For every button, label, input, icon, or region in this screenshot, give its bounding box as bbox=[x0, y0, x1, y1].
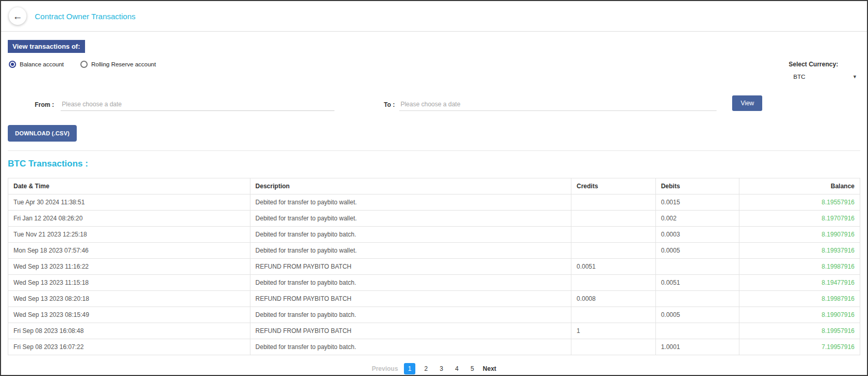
cell-balance: 7.19957916 bbox=[739, 339, 860, 355]
radio-label: Balance account bbox=[20, 61, 64, 67]
table-row: Tue Nov 21 2023 12:25:18 Debited for tra… bbox=[8, 227, 860, 243]
cell-datetime: Wed Sep 13 2023 11:16:22 bbox=[8, 259, 250, 275]
table-row: Fri Jan 12 2024 08:26:20 Debited for tra… bbox=[8, 211, 860, 227]
cell-description: Debited for transfer to paybito batch. bbox=[250, 275, 571, 291]
col-description: Description bbox=[250, 178, 571, 194]
section-divider bbox=[8, 150, 860, 151]
table-row: Mon Sep 18 2023 07:57:46 Debited for tra… bbox=[8, 243, 860, 259]
cell-balance: 8.19707916 bbox=[739, 211, 860, 227]
transactions-table: Date & Time Description Credits Debits B… bbox=[8, 178, 860, 355]
cell-datetime: Fri Sep 08 2023 16:08:48 bbox=[8, 323, 250, 339]
cell-credits bbox=[571, 339, 656, 355]
page-button-1[interactable]: 1 bbox=[404, 363, 416, 374]
cell-datetime: Tue Apr 30 2024 11:38:51 bbox=[8, 194, 250, 211]
transactions-title: BTC Transactions : bbox=[8, 159, 860, 169]
cell-description: Debited for transfer to paybito batch. bbox=[250, 307, 571, 323]
from-label: From : bbox=[35, 101, 54, 111]
pagination: Previous 12345 Next bbox=[8, 363, 860, 374]
caret-down-icon: ▼ bbox=[852, 74, 857, 79]
cell-description: REFUND FROM PAYBITO BATCH bbox=[250, 259, 571, 275]
cell-datetime: Wed Sep 13 2023 08:20:18 bbox=[8, 291, 250, 307]
cell-description: REFUND FROM PAYBITO BATCH bbox=[250, 323, 571, 339]
cell-credits bbox=[571, 227, 656, 243]
cell-datetime: Wed Sep 13 2023 08:15:49 bbox=[8, 307, 250, 323]
table-row: Wed Sep 13 2023 08:20:18 REFUND FROM PAY… bbox=[8, 291, 860, 307]
table-row: Wed Sep 13 2023 11:16:22 REFUND FROM PAY… bbox=[8, 259, 860, 275]
cell-description: Debited for transfer to paybito batch. bbox=[250, 339, 571, 355]
radio-balance-account[interactable]: Balance account bbox=[9, 61, 64, 68]
radio-label: Rolling Reserve account bbox=[91, 61, 156, 67]
cell-debits: 0.0005 bbox=[655, 307, 739, 323]
cell-datetime: Fri Jan 12 2024 08:26:20 bbox=[8, 211, 250, 227]
cell-credits: 1 bbox=[571, 323, 656, 339]
radio-rolling-reserve-account[interactable]: Rolling Reserve account bbox=[80, 61, 156, 68]
cell-balance: 8.19477916 bbox=[739, 275, 860, 291]
cell-debits: 1.0001 bbox=[655, 339, 739, 355]
currency-block: Select Currency: BTC ▼ bbox=[789, 61, 857, 80]
cell-debits: 0.0005 bbox=[655, 243, 739, 259]
cell-datetime: Mon Sep 18 2023 07:57:46 bbox=[8, 243, 250, 259]
table-row: Fri Sep 08 2023 16:08:48 REFUND FROM PAY… bbox=[8, 323, 860, 339]
cell-description: Debited for transfer to paybito wallet. bbox=[250, 243, 571, 259]
filter-row: Balance account Rolling Reserve account … bbox=[8, 61, 860, 80]
cell-balance: 8.19557916 bbox=[739, 194, 860, 211]
app-header: ← Contract Owner Transactions bbox=[1, 1, 867, 32]
cell-credits: 0.0008 bbox=[571, 291, 656, 307]
col-debits: Debits bbox=[655, 178, 739, 194]
arrow-left-icon: ← bbox=[13, 11, 23, 21]
cell-debits: 0.0051 bbox=[655, 275, 739, 291]
cell-description: REFUND FROM PAYBITO BATCH bbox=[250, 291, 571, 307]
to-date-input[interactable] bbox=[399, 98, 717, 111]
cell-credits bbox=[571, 307, 656, 323]
cell-balance: 8.19987916 bbox=[739, 259, 860, 275]
download-csv-button[interactable]: DOWNLOAD (.CSV) bbox=[8, 125, 77, 142]
col-date-time: Date & Time bbox=[8, 178, 250, 194]
currency-value: BTC bbox=[793, 74, 805, 80]
table-row: Fri Sep 08 2023 16:07:22 Debited for tra… bbox=[8, 339, 860, 355]
back-button[interactable]: ← bbox=[9, 7, 26, 25]
cell-credits bbox=[571, 194, 656, 211]
to-label: To : bbox=[384, 101, 395, 111]
cell-debits: 0.0003 bbox=[655, 227, 739, 243]
table-row: Tue Apr 30 2024 11:38:51 Debited for tra… bbox=[8, 194, 860, 211]
cell-balance: 8.19907916 bbox=[739, 307, 860, 323]
table-row: Wed Sep 13 2023 11:15:18 Debited for tra… bbox=[8, 275, 860, 291]
cell-debits: 0.002 bbox=[655, 211, 739, 227]
view-button[interactable]: View bbox=[732, 95, 762, 111]
main-content: View transactions of: Balance account Ro… bbox=[1, 32, 867, 374]
cell-description: Debited for transfer to paybito batch. bbox=[250, 227, 571, 243]
cell-credits bbox=[571, 211, 656, 227]
cell-description: Debited for transfer to paybito wallet. bbox=[250, 194, 571, 211]
cell-description: Debited for transfer to paybito wallet. bbox=[250, 211, 571, 227]
page-button-5[interactable]: 5 bbox=[467, 364, 477, 374]
from-date-input[interactable] bbox=[61, 98, 334, 111]
next-page-button[interactable]: Next bbox=[483, 365, 496, 372]
previous-page-button[interactable]: Previous bbox=[372, 365, 398, 372]
page-buttons: 12345 bbox=[404, 363, 477, 374]
col-balance: Balance bbox=[739, 178, 860, 194]
table-header-row: Date & Time Description Credits Debits B… bbox=[8, 178, 860, 194]
cell-datetime: Tue Nov 21 2023 12:25:18 bbox=[8, 227, 250, 243]
page-button-4[interactable]: 4 bbox=[452, 364, 462, 374]
cell-credits: 0.0051 bbox=[571, 259, 656, 275]
page-title: Contract Owner Transactions bbox=[35, 12, 135, 21]
cell-balance: 8.19987916 bbox=[739, 291, 860, 307]
cell-credits bbox=[571, 275, 656, 291]
radio-icon bbox=[80, 61, 88, 68]
radio-icon bbox=[9, 61, 16, 68]
cell-balance: 8.19937916 bbox=[739, 243, 860, 259]
select-currency-label: Select Currency: bbox=[789, 61, 857, 68]
page-button-3[interactable]: 3 bbox=[437, 364, 446, 374]
cell-credits bbox=[571, 243, 656, 259]
account-radio-group: Balance account Rolling Reserve account bbox=[8, 61, 156, 68]
cell-balance: 8.19907916 bbox=[739, 227, 860, 243]
cell-debits: 0.0015 bbox=[655, 194, 739, 211]
cell-balance: 8.19957916 bbox=[739, 323, 860, 339]
cell-debits bbox=[655, 291, 739, 307]
view-transactions-badge: View transactions of: bbox=[8, 40, 85, 53]
cell-debits bbox=[655, 323, 739, 339]
cell-datetime: Wed Sep 13 2023 11:15:18 bbox=[8, 275, 250, 291]
cell-debits bbox=[655, 259, 739, 275]
page-button-2[interactable]: 2 bbox=[421, 364, 431, 374]
currency-dropdown[interactable]: BTC ▼ bbox=[789, 74, 857, 80]
